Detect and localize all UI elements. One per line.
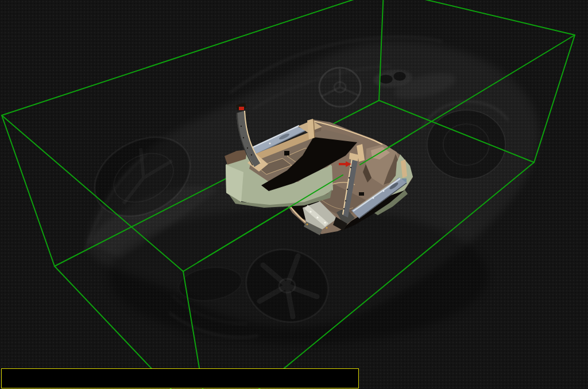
left-floor-nub bbox=[284, 151, 289, 155]
camera-pos-label: pos bbox=[41, 387, 61, 388]
camera-label: Camera: bbox=[5, 387, 41, 388]
camera-up-label: up bbox=[259, 387, 274, 388]
red-marker-tip bbox=[239, 107, 244, 110]
camera-up-value: 0.41 0.82 0.41 bbox=[274, 387, 350, 388]
status-bar: Camera: pos -2.91 3.46 -0.27, dir 0.58 -… bbox=[1, 368, 359, 388]
camera-status-line: Camera: pos -2.91 3.46 -0.27, dir 0.58 -… bbox=[5, 388, 358, 388]
camera-dir-label: dir bbox=[152, 387, 172, 388]
right-floor-hole bbox=[359, 192, 364, 196]
camera-dir-value: 0.58 -0.58 0.58, bbox=[172, 387, 258, 388]
scene-canvas[interactable] bbox=[0, 0, 588, 389]
render-viewport[interactable]: Camera: pos -2.91 3.46 -0.27, dir 0.58 -… bbox=[0, 0, 588, 389]
camera-pos-value: -2.91 3.46 -0.27, bbox=[61, 387, 152, 388]
